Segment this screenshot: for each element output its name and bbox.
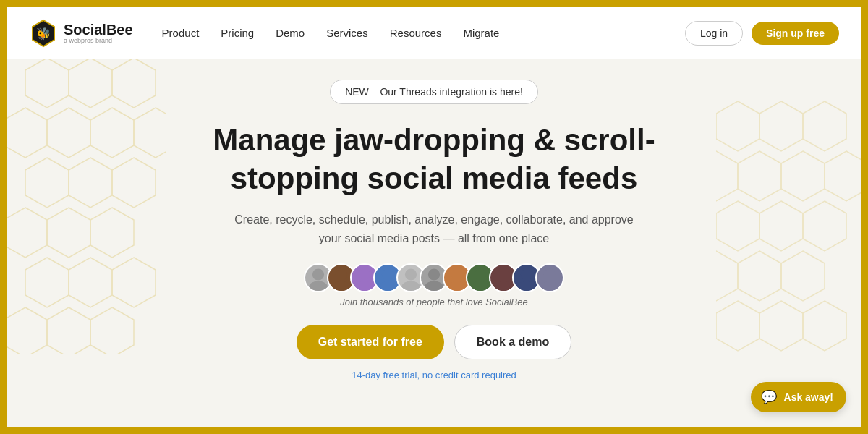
signup-button[interactable]: Sign up free xyxy=(752,22,839,45)
get-started-button[interactable]: Get started for free xyxy=(297,325,444,359)
logo-sub: a webpros brand xyxy=(64,38,133,44)
chat-icon: 💬 xyxy=(761,389,777,405)
svg-point-50 xyxy=(448,281,466,293)
avatar-caption: Join thousands of people that love Socia… xyxy=(340,297,527,307)
svg-point-54 xyxy=(494,281,512,293)
book-demo-button[interactable]: Book a demo xyxy=(454,325,571,359)
chat-label: Ask away! xyxy=(784,391,833,403)
nav-product[interactable]: Product xyxy=(162,27,200,39)
svg-point-43 xyxy=(382,269,393,281)
svg-point-39 xyxy=(336,269,347,281)
svg-point-37 xyxy=(312,269,324,281)
nav-demo[interactable]: Demo xyxy=(276,27,305,39)
nav-services[interactable]: Services xyxy=(326,27,368,39)
nav-pricing[interactable]: Pricing xyxy=(221,27,254,39)
svg-point-49 xyxy=(451,269,463,281)
navbar: 🐝 SocialBee a webpros brand Product Pric… xyxy=(7,7,861,59)
svg-point-51 xyxy=(475,269,486,281)
avatar-row xyxy=(304,263,564,292)
svg-point-48 xyxy=(425,281,443,293)
main-content: NEW – Our Threads integration is here! M… xyxy=(7,59,861,380)
svg-point-46 xyxy=(401,281,420,293)
cta-row: Get started for free Book a demo xyxy=(297,325,572,359)
logo-area[interactable]: 🐝 SocialBee a webpros brand xyxy=(29,19,133,48)
svg-point-55 xyxy=(521,269,532,281)
svg-point-38 xyxy=(309,281,327,293)
svg-point-57 xyxy=(544,269,556,281)
svg-point-53 xyxy=(498,269,509,281)
hero-title: Manage jaw-dropping & scroll-stopping so… xyxy=(181,122,687,197)
svg-point-42 xyxy=(355,281,373,293)
svg-point-41 xyxy=(359,269,370,281)
svg-text:🐝: 🐝 xyxy=(36,27,51,41)
nav-links: Product Pricing Demo Services Resources … xyxy=(162,27,685,39)
svg-point-45 xyxy=(405,269,417,281)
trial-text: 14-day free trial, no credit card requir… xyxy=(352,370,516,380)
hero-subtitle: Create, recycle, schedule, publish, anal… xyxy=(224,210,644,247)
svg-point-47 xyxy=(428,269,440,281)
avatar-11 xyxy=(535,263,564,292)
chat-widget[interactable]: 💬 Ask away! xyxy=(751,382,846,412)
svg-point-52 xyxy=(471,281,489,293)
announcement-text: NEW – Our Threads integration is here! xyxy=(345,86,523,98)
logo-text-area: SocialBee a webpros brand xyxy=(64,22,133,44)
logo-icon: 🐝 xyxy=(29,19,58,48)
svg-point-40 xyxy=(332,281,350,293)
login-button[interactable]: Log in xyxy=(685,21,743,46)
announcement-badge[interactable]: NEW – Our Threads integration is here! xyxy=(330,80,538,104)
page-wrapper: 🐝 SocialBee a webpros brand Product Pric… xyxy=(0,0,868,434)
svg-point-44 xyxy=(378,281,396,293)
svg-point-58 xyxy=(540,281,558,293)
nav-actions: Log in Sign up free xyxy=(685,21,839,46)
svg-point-56 xyxy=(517,281,535,293)
logo-name: SocialBee xyxy=(64,22,133,38)
nav-resources[interactable]: Resources xyxy=(390,27,442,39)
nav-migrate[interactable]: Migrate xyxy=(463,27,499,39)
